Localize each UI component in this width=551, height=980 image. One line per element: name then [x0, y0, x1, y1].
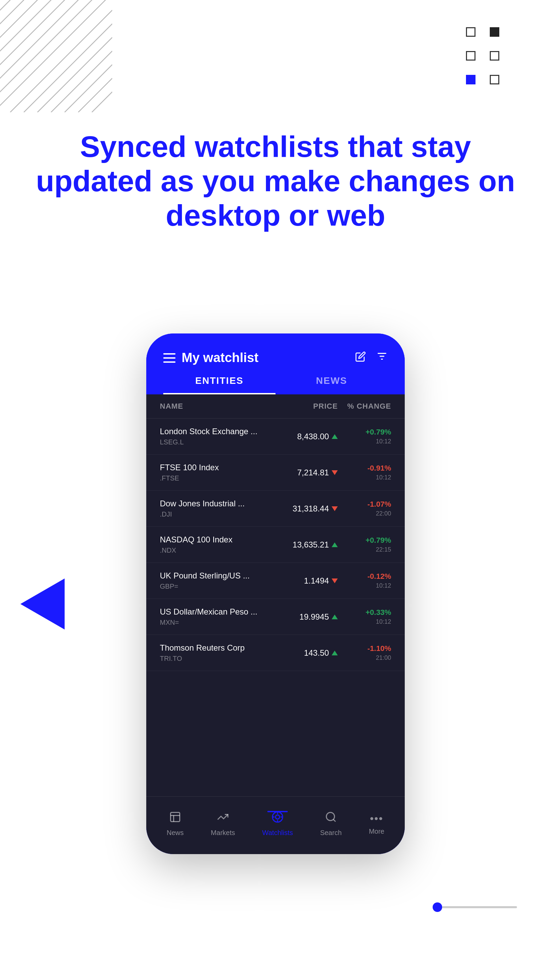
table-row[interactable]: Thomson Reuters Corp TRI.TO 143.50 -1.10… [146, 635, 405, 671]
arrow-down-icon [332, 579, 338, 583]
stock-time: 10:12 [338, 474, 391, 481]
col-name-header: NAME [160, 402, 271, 411]
stock-name: Dow Jones Industrial ... [160, 499, 271, 508]
tab-entities[interactable]: ENTITIES [163, 375, 275, 395]
stock-change-col: -0.91% 10:12 [338, 464, 391, 481]
stock-change-col: -1.10% 21:00 [338, 644, 391, 662]
arrow-up-icon [332, 434, 338, 439]
svg-line-12 [65, 65, 112, 112]
stock-price-col: 7,214.81 [271, 468, 338, 477]
search-icon [325, 811, 337, 826]
main-heading: Synced watchlists that stay updated as y… [0, 129, 551, 233]
stock-change-col: +0.79% 10:12 [338, 428, 391, 445]
stock-info: NASDAQ 100 Index .NDX [160, 535, 271, 554]
stock-name: FTSE 100 Index [160, 463, 271, 472]
arrow-up-icon [332, 542, 338, 547]
header-right [355, 350, 388, 365]
nav-label-search: Search [320, 829, 341, 837]
stock-info: Dow Jones Industrial ... .DJI [160, 499, 271, 518]
stock-price-col: 19.9945 [271, 612, 338, 622]
stock-ticker: GBP= [160, 582, 271, 590]
active-bar [267, 811, 288, 812]
stock-price-col: 143.50 [271, 648, 338, 658]
nav-item-news[interactable]: News [167, 811, 184, 837]
stock-change-col: +0.79% 22:15 [338, 536, 391, 553]
svg-line-3 [0, 0, 54, 54]
stock-info: Thomson Reuters Corp TRI.TO [160, 643, 271, 662]
svg-line-10 [37, 37, 112, 112]
svg-line-2 [0, 0, 41, 41]
edit-icon[interactable] [355, 351, 366, 365]
svg-line-1 [0, 0, 27, 27]
dot-6 [490, 75, 499, 84]
stock-price: 143.50 [304, 648, 329, 658]
nav-item-search[interactable]: Search [320, 811, 341, 837]
svg-line-14 [92, 92, 112, 112]
nav-item-markets[interactable]: Markets [211, 811, 235, 837]
stock-price-col: 1.1494 [271, 576, 338, 585]
dot-4 [490, 51, 499, 60]
stock-time: 10:12 [338, 438, 391, 445]
more-icon: ••• [370, 812, 383, 825]
table-header: NAME PRICE % CHANGE [146, 395, 405, 418]
stock-info: US Dollar/Mexican Peso ... MXN= [160, 607, 271, 627]
arrow-up-icon [332, 614, 338, 619]
col-price-header: PRICE [271, 402, 338, 411]
tab-news[interactable]: NEWS [275, 375, 388, 395]
decorative-lines [0, 0, 112, 112]
phone-content: NAME PRICE % CHANGE London Stock Exchang… [146, 395, 405, 820]
stock-time: 22:00 [338, 510, 391, 517]
stock-ticker: MXN= [160, 619, 271, 627]
change-value: -0.12% [338, 572, 391, 581]
watchlists-icon [272, 811, 284, 826]
header-left: My watchlist [163, 350, 259, 365]
stock-ticker: TRI.TO [160, 655, 271, 662]
stock-price-col: 31,318.44 [271, 504, 338, 514]
svg-line-7 [0, 0, 109, 109]
table-row[interactable]: London Stock Exchange ... LSEG.L 8,438.0… [146, 418, 405, 455]
change-value: +0.79% [338, 536, 391, 545]
table-row[interactable]: FTSE 100 Index .FTSE 7,214.81 -0.91% 10:… [146, 455, 405, 491]
stock-name: US Dollar/Mexican Peso ... [160, 607, 271, 617]
nav-item-more[interactable]: ••• More [369, 812, 384, 835]
stock-change-col: +0.33% 10:12 [338, 608, 391, 625]
stock-change-col: -1.07% 22:00 [338, 500, 391, 517]
stock-name: UK Pound Sterling/US ... [160, 571, 271, 581]
progress-line [442, 906, 517, 908]
stock-ticker: .NDX [160, 546, 271, 554]
stock-name: NASDAQ 100 Index [160, 535, 271, 544]
phone-tabs: ENTITIES NEWS [146, 365, 405, 395]
progress-indicator [433, 902, 517, 912]
stock-time: 22:15 [338, 546, 391, 553]
left-arrow-icon [21, 579, 65, 630]
nav-item-watchlists[interactable]: Watchlists [262, 811, 293, 837]
svg-rect-18 [170, 812, 179, 821]
stock-time: 10:12 [338, 618, 391, 625]
svg-line-13 [78, 78, 112, 112]
stock-ticker: .FTSE [160, 474, 271, 482]
table-row[interactable]: UK Pound Sterling/US ... GBP= 1.1494 -0.… [146, 563, 405, 599]
hamburger-icon[interactable] [163, 353, 176, 363]
stock-price-col: 8,438.00 [271, 432, 338, 441]
change-value: -1.10% [338, 644, 391, 653]
nav-label-watchlists: Watchlists [262, 829, 293, 837]
change-value: -0.91% [338, 464, 391, 473]
table-row[interactable]: Dow Jones Industrial ... .DJI 31,318.44 … [146, 491, 405, 527]
svg-line-0 [0, 0, 14, 14]
svg-line-28 [333, 819, 336, 821]
stock-price: 13,635.21 [292, 540, 329, 550]
arrow-down-icon [332, 470, 338, 475]
svg-point-22 [275, 815, 279, 819]
change-value: +0.79% [338, 428, 391, 437]
dot-1 [466, 27, 475, 37]
table-row[interactable]: NASDAQ 100 Index .NDX 13,635.21 +0.79% 2… [146, 527, 405, 563]
stock-change-col: -0.12% 10:12 [338, 572, 391, 589]
stock-price: 31,318.44 [292, 504, 329, 514]
stock-info: London Stock Exchange ... LSEG.L [160, 427, 271, 446]
table-row[interactable]: US Dollar/Mexican Peso ... MXN= 19.9945 … [146, 599, 405, 635]
svg-line-11 [51, 51, 112, 112]
svg-point-27 [326, 812, 334, 821]
filter-icon[interactable] [376, 350, 388, 365]
progress-dot [433, 902, 442, 912]
stock-ticker: LSEG.L [160, 438, 271, 446]
